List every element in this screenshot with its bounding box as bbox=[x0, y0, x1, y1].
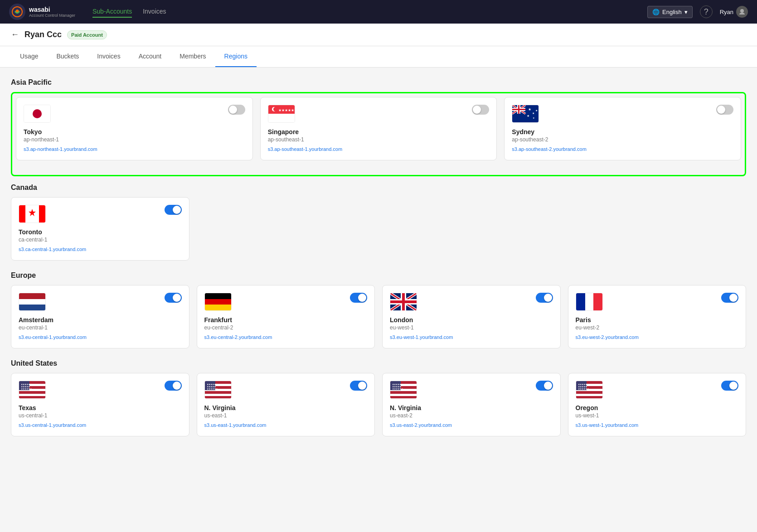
svg-rect-46 bbox=[593, 293, 602, 310]
svg-rect-64 bbox=[205, 396, 231, 398]
flag-amsterdam bbox=[19, 293, 46, 311]
svg-rect-83 bbox=[576, 394, 602, 396]
canada-grid: Toronto ca-central-1 s3.ca-central-1.you… bbox=[11, 197, 746, 261]
tab-regions[interactable]: Regions bbox=[215, 46, 257, 67]
region-url-paris[interactable]: s3.eu-west-2.yourbrand.com bbox=[576, 334, 639, 340]
region-name-singapore: Singapore bbox=[268, 128, 490, 135]
region-url-frankfurt[interactable]: s3.eu-central-2.yourbrand.com bbox=[204, 334, 272, 340]
region-card-top-texas: ★★★★★★ ★★★★★ ★★★★★★ bbox=[19, 381, 182, 399]
region-name-tokyo: Tokyo bbox=[24, 128, 245, 135]
svg-rect-45 bbox=[585, 293, 593, 310]
toggle-n-virginia-1[interactable] bbox=[350, 381, 367, 391]
region-url-tokyo[interactable]: s3.ap-northeast-1.yourbrand.com bbox=[24, 146, 97, 152]
svg-point-2 bbox=[16, 10, 19, 12]
flag-singapore: ★★★★★ bbox=[268, 105, 295, 123]
user-avatar-icon bbox=[736, 6, 748, 18]
user-name: Ryan bbox=[720, 9, 733, 15]
svg-text:★★★★★★: ★★★★★★ bbox=[578, 387, 589, 390]
logo-area[interactable]: wasabi Account Control Manager bbox=[9, 4, 82, 20]
toggle-texas[interactable] bbox=[165, 381, 182, 391]
region-card-oregon: ★★★★★★ ★★★★★ ★★★★★★ Oregon us-west-1 s3.… bbox=[568, 373, 747, 436]
svg-text:★★★★★: ★★★★★ bbox=[278, 108, 294, 112]
region-code-oregon: us-west-1 bbox=[576, 412, 739, 419]
region-code-amsterdam: eu-central-1 bbox=[19, 324, 182, 331]
region-url-texas[interactable]: s3.us-central-1.yourbrand.com bbox=[19, 422, 86, 428]
region-name-amsterdam: Amsterdam bbox=[19, 316, 182, 324]
user-menu[interactable]: Ryan bbox=[720, 6, 748, 18]
svg-point-3 bbox=[740, 9, 744, 13]
tab-buckets[interactable]: Buckets bbox=[47, 46, 88, 67]
region-name-frankfurt: Frankfurt bbox=[204, 316, 368, 324]
flag-frankfurt bbox=[204, 293, 232, 311]
region-url-sydney[interactable]: s3.ap-southeast-2.yourbrand.com bbox=[512, 146, 586, 152]
tab-usage[interactable]: Usage bbox=[11, 46, 47, 67]
toggle-toronto[interactable] bbox=[165, 205, 182, 215]
svg-text:★: ★ bbox=[535, 109, 538, 112]
tab-account[interactable]: Account bbox=[130, 46, 171, 67]
svg-rect-85 bbox=[576, 391, 602, 393]
svg-text:★: ★ bbox=[532, 112, 534, 115]
region-card-top-amsterdam bbox=[19, 293, 182, 311]
region-url-amsterdam[interactable]: s3.eu-central-1.yourbrand.com bbox=[19, 334, 87, 340]
europe-title: Europe bbox=[11, 271, 746, 280]
region-code-tokyo: ap-northeast-1 bbox=[24, 136, 245, 143]
toggle-n-virginia-2[interactable] bbox=[536, 381, 553, 391]
flag-paris bbox=[576, 293, 603, 311]
logo-tagline: Account Control Manager bbox=[29, 13, 75, 18]
toggle-amsterdam[interactable] bbox=[165, 293, 182, 303]
region-card-top-oregon: ★★★★★★ ★★★★★ ★★★★★★ bbox=[576, 381, 739, 399]
us-grid: ★★★★★★ ★★★★★ ★★★★★★ Texas us-central-1 s… bbox=[11, 373, 746, 436]
tab-invoices[interactable]: Invoices bbox=[88, 46, 129, 67]
section-canada: Canada Toronto ca-central-1 bbox=[11, 184, 746, 261]
region-name-toronto: Toronto bbox=[19, 228, 182, 236]
region-url-n-virginia-2[interactable]: s3.us-east-2.yourbrand.com bbox=[390, 422, 452, 428]
flag-sydney: ★ ★ ★ ★ ★ bbox=[512, 105, 539, 123]
region-name-n-virginia-2: N. Virginia bbox=[390, 404, 553, 411]
toggle-frankfurt[interactable] bbox=[350, 293, 367, 303]
toggle-oregon[interactable] bbox=[721, 381, 738, 391]
region-url-singapore[interactable]: s3.ap-southeast-1.yourbrand.com bbox=[268, 146, 342, 152]
account-name: Ryan Ccc bbox=[24, 30, 62, 39]
region-card-top-singapore: ★★★★★ bbox=[268, 105, 490, 123]
region-card-top-london bbox=[390, 293, 553, 311]
region-url-oregon[interactable]: s3.us-west-1.yourbrand.com bbox=[576, 422, 639, 428]
svg-rect-53 bbox=[19, 396, 45, 398]
toggle-london[interactable] bbox=[536, 293, 553, 303]
svg-rect-20 bbox=[512, 109, 525, 110]
svg-rect-30 bbox=[19, 299, 45, 305]
region-url-n-virginia-1[interactable]: s3.us-east-1.yourbrand.com bbox=[204, 422, 267, 428]
toggle-sydney[interactable] bbox=[716, 105, 733, 115]
region-card-tokyo: Tokyo ap-northeast-1 s3.ap-northeast-1.y… bbox=[16, 97, 253, 160]
region-code-n-virginia-2: us-east-2 bbox=[390, 412, 553, 419]
section-europe: Europe Amsterdam eu-central-1 s3.eu bbox=[11, 271, 746, 348]
svg-text:★★★★★★: ★★★★★★ bbox=[21, 387, 32, 390]
toggle-tokyo[interactable] bbox=[228, 105, 245, 115]
region-name-oregon: Oregon bbox=[576, 404, 739, 411]
region-url-london[interactable]: s3.eu-west-1.yourbrand.com bbox=[390, 334, 453, 340]
region-name-paris: Paris bbox=[576, 316, 739, 324]
toggle-paris[interactable] bbox=[721, 293, 738, 303]
svg-text:★: ★ bbox=[528, 107, 531, 111]
svg-rect-32 bbox=[205, 293, 231, 299]
region-code-frankfurt: eu-central-2 bbox=[204, 324, 368, 331]
language-selector[interactable]: 🌐 English ▾ bbox=[647, 6, 693, 18]
svg-rect-75 bbox=[390, 396, 417, 398]
flag-tokyo bbox=[24, 105, 51, 123]
nav-invoices[interactable]: Invoices bbox=[143, 6, 166, 18]
flag-london bbox=[390, 293, 417, 311]
region-code-singapore: ap-southeast-1 bbox=[268, 136, 490, 143]
toggle-singapore[interactable] bbox=[472, 105, 489, 115]
back-button[interactable]: ← bbox=[11, 30, 19, 39]
tab-members[interactable]: Members bbox=[170, 46, 215, 67]
svg-rect-29 bbox=[19, 293, 45, 299]
region-card-top-paris bbox=[576, 293, 739, 311]
svg-rect-50 bbox=[19, 394, 45, 396]
nav-sub-accounts[interactable]: Sub-Accounts bbox=[92, 6, 132, 18]
region-url-toronto[interactable]: s3.ca-central-1.yourbrand.com bbox=[19, 247, 86, 252]
top-navigation: wasabi Account Control Manager Sub-Accou… bbox=[0, 0, 757, 24]
region-code-london: eu-west-1 bbox=[390, 324, 553, 331]
region-card-toronto: Toronto ca-central-1 s3.ca-central-1.you… bbox=[11, 197, 189, 261]
region-card-frankfurt: Frankfurt eu-central-2 s3.eu-central-2.y… bbox=[197, 285, 375, 348]
nav-right: 🌐 English ▾ ? Ryan bbox=[647, 5, 748, 18]
help-button[interactable]: ? bbox=[700, 5, 713, 18]
